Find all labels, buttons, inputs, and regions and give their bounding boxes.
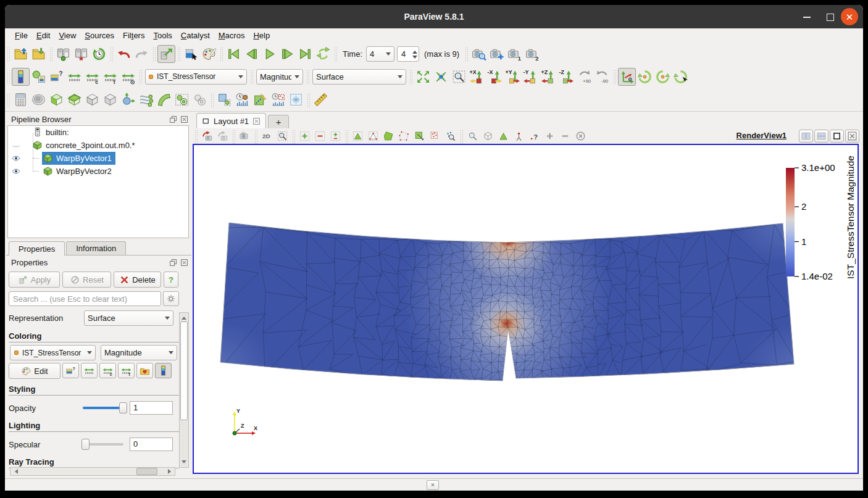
maximize-button[interactable] <box>825 12 835 22</box>
undo-button[interactable] <box>115 45 133 63</box>
rotate-90-cw-button[interactable]: +90 <box>575 68 593 86</box>
query-selection-button[interactable]: ? <box>527 129 542 144</box>
plot-over-time-button[interactable] <box>233 91 251 109</box>
close-tab-icon[interactable] <box>252 117 261 125</box>
apply-button[interactable]: Apply <box>9 272 60 288</box>
toggle-2d-button[interactable]: 2D <box>259 129 275 144</box>
scroll-up-icon[interactable] <box>180 313 188 321</box>
axis-plus-y-button[interactable]: +Y <box>504 68 522 86</box>
edit-color-map-button[interactable]: Edit <box>9 363 61 379</box>
rescale-custom-button[interactable]: c <box>83 68 101 86</box>
menu-file[interactable]: File <box>10 30 32 41</box>
close-panel-button[interactable] <box>180 115 189 124</box>
opacity-slider-handle[interactable] <box>119 402 127 413</box>
shrink-selection-button[interactable] <box>557 129 573 144</box>
rescale-time-button[interactable]: t <box>118 363 135 378</box>
scroll-down-icon[interactable] <box>180 459 188 467</box>
zoom-to-box-button[interactable] <box>275 129 290 144</box>
float-properties-button[interactable] <box>169 258 178 267</box>
close-view-button[interactable] <box>845 130 859 143</box>
ruler-button[interactable] <box>312 91 330 109</box>
auto-apply-button[interactable] <box>157 45 175 63</box>
split-vertical-button[interactable] <box>814 130 828 143</box>
menu-help[interactable]: Help <box>249 30 274 41</box>
properties-horizontal-scrollbar[interactable] <box>10 467 175 476</box>
add-layout-tab[interactable]: + <box>268 115 289 128</box>
vcr-back-button[interactable] <box>243 45 261 63</box>
plot-over-line-button[interactable] <box>251 91 269 109</box>
rotate-90-ccw-button[interactable]: -90 <box>593 68 611 86</box>
clip-button[interactable] <box>48 91 65 109</box>
remove-selection-button[interactable] <box>312 129 328 144</box>
rescale-time-button[interactable]: t <box>101 68 119 86</box>
visibility-toggle[interactable] <box>8 154 24 163</box>
menu-catalyst[interactable]: Catalyst <box>177 30 214 41</box>
plot-selection-over-time-button[interactable] <box>269 91 287 109</box>
find-data-button[interactable] <box>182 45 200 63</box>
save-button[interactable] <box>30 45 48 63</box>
close-properties-button[interactable] <box>180 258 189 267</box>
rotate-cursor-button[interactable] <box>672 68 690 86</box>
menu-sources[interactable]: Sources <box>80 30 119 41</box>
reset-camera-button[interactable] <box>414 68 432 86</box>
modify-selection-button[interactable] <box>328 129 343 144</box>
split-horizontal-button[interactable] <box>799 130 813 143</box>
server-disconnect-button[interactable] <box>72 45 90 63</box>
import-scene-button[interactable] <box>215 129 230 144</box>
pipeline-item-warpbyvector1[interactable]: WarpByVector1 <box>8 152 188 165</box>
frame-spinner[interactable]: 4 <box>397 46 419 62</box>
search-input[interactable]: Search ... (use Esc to clear text) <box>9 291 161 306</box>
rescale-data-button[interactable] <box>65 68 83 86</box>
axis-plus-x-button[interactable]: +X <box>468 68 486 86</box>
stream-tracer-button[interactable] <box>137 91 155 109</box>
scrollbar-thumb[interactable] <box>180 322 188 420</box>
select-cells-through-button[interactable] <box>412 129 427 144</box>
ungroup-datasets-button[interactable] <box>191 91 209 109</box>
axis-minus-x-button[interactable]: -X <box>486 68 504 86</box>
representation-select[interactable]: Surface <box>84 310 173 326</box>
hover-cells-button[interactable] <box>465 129 480 144</box>
open-button[interactable] <box>12 45 30 63</box>
color-array-select[interactable]: IST_StressTensor <box>145 69 247 85</box>
menu-view[interactable]: View <box>54 30 80 41</box>
rescale-data-button[interactable] <box>81 363 98 378</box>
zoom-to-box-button[interactable] <box>450 68 468 86</box>
vcr-play-button[interactable] <box>261 45 278 63</box>
dismiss-progress-button[interactable]: ✕ <box>427 480 439 490</box>
clear-selection-button[interactable] <box>573 129 588 144</box>
pipeline-item-concrete-3point-out-m0-[interactable]: concrete_3point.out.m0.* <box>8 139 188 152</box>
visibility-toggle[interactable] <box>8 141 24 150</box>
camera-two-button[interactable]: 2 <box>524 45 541 63</box>
camera-zoom-button[interactable] <box>470 45 488 63</box>
redo-button[interactable] <box>133 45 151 63</box>
pipeline-item-builtin-[interactable]: builtin: <box>8 126 188 139</box>
visibility-toggle[interactable] <box>8 167 24 176</box>
color-legend-button[interactable] <box>12 68 30 86</box>
interactive-select-points-button[interactable] <box>511 129 527 144</box>
export-scene-button[interactable] <box>199 129 215 144</box>
zoom-to-data-button[interactable] <box>432 68 450 86</box>
close-button[interactable]: ✕ <box>841 8 858 25</box>
select-points-through-button[interactable] <box>427 129 443 144</box>
render-view[interactable]: 3.1e+00211.4e-02IST_StressTensor Magnitu… <box>193 144 859 474</box>
menu-filters[interactable]: Filters <box>119 30 149 41</box>
menu-edit[interactable]: Edit <box>32 30 54 41</box>
server-connect-button[interactable] <box>54 45 72 63</box>
component-select[interactable]: Magnitude <box>101 345 177 360</box>
favorites-button[interactable] <box>136 363 153 378</box>
menu-tools[interactable]: Tools <box>149 30 176 41</box>
color-palette-button[interactable] <box>200 45 218 63</box>
color-legend-button[interactable] <box>155 363 172 378</box>
help-button[interactable]: ? <box>164 272 178 288</box>
vcr-first-button[interactable] <box>225 45 243 63</box>
maximize-view-button[interactable] <box>830 130 844 143</box>
select-block-button[interactable] <box>443 129 458 144</box>
edit-colormap-button[interactable] <box>30 68 48 86</box>
rotate-cw-button[interactable] <box>636 68 654 86</box>
minimize-button[interactable] <box>802 12 811 22</box>
time-select[interactable]: 4 <box>366 46 394 62</box>
vcr-loop-button[interactable] <box>314 45 332 63</box>
glyph-button[interactable] <box>119 91 137 109</box>
scroll-right-icon[interactable] <box>166 468 175 475</box>
vcr-last-button[interactable] <box>296 45 314 63</box>
